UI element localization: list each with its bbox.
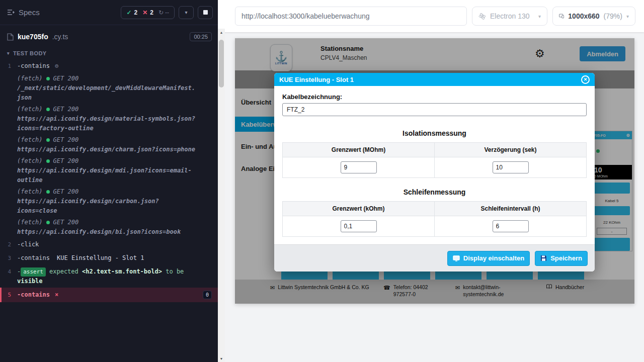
fetch-status: GET 200 <box>53 105 79 114</box>
modal-title: KUE Einstellung - Slot 1 <box>279 76 354 83</box>
command-name: -contains <box>17 62 50 69</box>
fetch-method: (fetch) <box>17 105 43 114</box>
gear-icon: ⚙ <box>55 62 58 69</box>
test-runner-sidebar: Specs ✓ 2 ✕ 2 ↻ -- ▾ <box>0 0 218 362</box>
command-row-contains-2[interactable]: 3 -containsKUE Einstellung - Slot 1 <box>0 251 218 265</box>
fetch-status: GET 200 <box>53 156 79 166</box>
scrollbar-thumb[interactable] <box>219 40 224 87</box>
command-row-contains-1[interactable]: 1 -contains⚙ <box>0 59 218 73</box>
spec-file-row[interactable]: kue705fo.cy.ts 00:25 <box>0 25 218 46</box>
display-on-label: Display einschalten <box>463 254 524 262</box>
failed-count: 2 <box>150 9 153 16</box>
save-button[interactable]: Speichern <box>535 251 588 266</box>
passed-stat: ✓ 2 <box>126 9 137 16</box>
url-input[interactable] <box>235 7 467 26</box>
modal-header: KUE Einstellung - Slot 1 ✕ <box>274 73 595 86</box>
stop-icon <box>203 10 208 15</box>
loop-table: Grenzwert (kOhm) Schleifenintervall (h) <box>282 201 587 237</box>
spec-timer: 00:25 <box>190 32 212 41</box>
cross-icon: ✕ <box>142 9 147 16</box>
isolation-delay-input[interactable] <box>493 161 529 173</box>
status-dot-icon <box>46 190 50 194</box>
isolation-col1-header: Grenzwert (MOhm) <box>283 143 435 157</box>
app-viewport: ⚓ LITTWIN Stationsname CPLV4_Maschen ⚙ A… <box>235 38 634 304</box>
fetch-url: https://api.iconify.design/material-symb… <box>17 115 195 132</box>
command-number: 4 <box>0 267 17 277</box>
stop-button[interactable] <box>198 6 213 19</box>
test-stats[interactable]: ✓ 2 ✕ 2 ↻ -- <box>121 6 175 19</box>
spec-extension: .cy.ts <box>52 33 68 41</box>
fetch-log-row[interactable]: (fetch)GET 200 /_next/static/development… <box>0 73 218 104</box>
command-name: -click <box>17 241 39 248</box>
fetch-url: https://api.iconify.design/mdi.json?icon… <box>17 167 192 184</box>
fetch-method: (fetch) <box>17 218 43 227</box>
fetch-log-row[interactable]: (fetch)GET 200 https://api.iconify.desig… <box>0 155 218 186</box>
fetch-log-row[interactable]: (fetch)GET 200 https://api.iconify.desig… <box>0 186 218 217</box>
assert-expected-state: visible <box>17 278 43 285</box>
fetch-method: (fetch) <box>17 156 43 166</box>
match-count-badge: 0 <box>203 291 212 299</box>
assert-badge: assert <box>21 267 46 277</box>
suite-toggle[interactable]: ▾ TEST BODY <box>0 46 218 59</box>
pending-stat: ↻ -- <box>158 9 169 16</box>
runner-controls: ✓ 2 ✕ 2 ↻ -- ▾ <box>121 6 213 19</box>
electron-icon <box>478 13 486 20</box>
failed-cross-icon: × <box>55 291 58 298</box>
command-row-contains-failed[interactable]: 5 -contains× 0 <box>0 288 218 302</box>
save-label: Speichern <box>550 254 582 262</box>
command-argument: KUE Einstellung - Slot 1 <box>57 254 144 261</box>
command-number: 2 <box>0 240 17 249</box>
viewport-size: 1000x660 <box>568 12 599 20</box>
assert-text: to <box>166 268 173 275</box>
modal-footer: Display einschalten Speichern <box>274 244 595 272</box>
status-dot-icon <box>46 159 50 163</box>
command-number: 1 <box>0 61 17 71</box>
close-icon: ✕ <box>584 77 588 82</box>
cable-designation-label: Kabelbezeichnung: <box>282 93 587 101</box>
kue-settings-modal: KUE Einstellung - Slot 1 ✕ Kabelbezeichn… <box>274 73 595 272</box>
viewport-icon <box>559 13 564 20</box>
chevron-down-icon: ▾ <box>538 14 541 19</box>
fetch-log-row[interactable]: (fetch)GET 200 https://api.iconify.desig… <box>0 104 218 134</box>
command-row-assert[interactable]: 4 -assertexpected <h2.text-sm.font-bold>… <box>0 265 218 288</box>
failed-stat: ✕ 2 <box>142 9 153 16</box>
isolation-col2-header: Verzögerung (sek) <box>435 143 586 157</box>
browser-name: Electron 130 <box>490 12 530 20</box>
display-on-button[interactable]: Display einschalten <box>447 251 530 266</box>
loop-section-title: Schleifenmessung <box>282 188 587 196</box>
collapse-button[interactable]: ▾ <box>179 6 194 19</box>
fetch-status: GET 200 <box>53 218 79 227</box>
command-row-click[interactable]: 2 -click <box>0 238 218 251</box>
fetch-status: GET 200 <box>53 187 79 197</box>
command-name: -contains <box>17 291 50 298</box>
isolation-table: Grenzwert (MOhm) Verzögerung (sek) <box>282 142 587 178</box>
command-number: 3 <box>0 253 17 263</box>
status-dot-icon <box>46 108 50 111</box>
viewport-select[interactable]: 1000x660 (79%) ▾ <box>552 7 635 26</box>
close-button[interactable]: ✕ <box>581 75 590 84</box>
fetch-url: https://api.iconify.design/carbon.json?i… <box>17 198 159 214</box>
spec-file-icon <box>7 33 14 41</box>
fetch-log-row[interactable]: (fetch)GET 200 https://api.iconify.desig… <box>0 134 218 155</box>
scroll-down-arrow[interactable]: ▼ <box>218 355 225 362</box>
scroll-up-arrow[interactable]: ▲ <box>218 29 225 36</box>
status-dot-icon <box>46 221 50 224</box>
modal-body: Kabelbezeichnung: Isolationsmessung Gren… <box>274 86 595 237</box>
browser-select[interactable]: Electron 130 ▾ <box>472 7 547 26</box>
status-dot-icon <box>46 138 50 142</box>
loop-interval-input[interactable] <box>493 220 529 232</box>
fetch-log-row[interactable]: (fetch)GET 200 https://api.iconify.desig… <box>0 217 218 238</box>
specs-menu[interactable]: Specs <box>7 8 40 17</box>
cable-designation-input[interactable] <box>282 103 587 116</box>
pending-count: -- <box>165 9 169 16</box>
vertical-scrollbar[interactable]: ▲ ▼ <box>218 29 225 362</box>
spec-name: kue705fo <box>18 33 48 41</box>
assert-text: be <box>177 268 184 275</box>
fetch-method: (fetch) <box>17 135 43 145</box>
loop-limit-input[interactable] <box>341 220 377 232</box>
command-number: 5 <box>2 290 17 300</box>
fetch-url: /_next/static/development/_devMiddleware… <box>17 84 195 101</box>
isolation-limit-input[interactable] <box>341 161 377 173</box>
fetch-url: https://api.iconify.design/bi.json?icons… <box>17 228 181 235</box>
viewport-zoom: (79%) <box>604 12 622 20</box>
